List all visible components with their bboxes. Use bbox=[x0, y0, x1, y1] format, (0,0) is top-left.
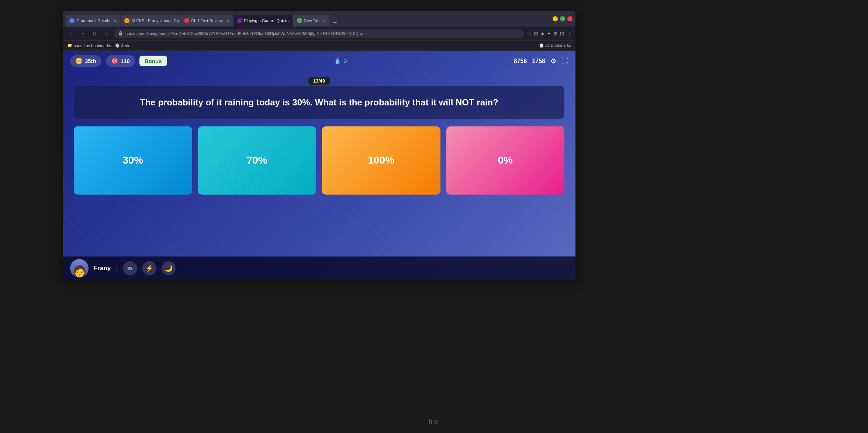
tab-icon-ch1 bbox=[184, 18, 189, 23]
bonus-badge[interactable]: Bonus bbox=[139, 56, 167, 66]
star-icon[interactable]: ☆ bbox=[527, 31, 532, 36]
tab-newtab[interactable]: New Tab ✕ bbox=[293, 15, 330, 27]
tab-label-aleks: ALEKS - Frany Umana Ca... bbox=[131, 18, 180, 23]
toolbar-icons: ☆ ⊞ ◈ ✦ ⊕ ⊡ ⋮ bbox=[527, 31, 572, 36]
bookmark-folder-icon: 📁 bbox=[67, 43, 72, 48]
settings-icon[interactable]: ⚙ bbox=[550, 57, 556, 65]
hud-right: 8756 1758 ⚙ ⛶ bbox=[514, 57, 568, 65]
url-text: quizizz.com/join/game/U2FsdGVkX18roS9S0r… bbox=[125, 31, 366, 36]
fullscreen-icon[interactable]: ⛶ bbox=[561, 57, 568, 65]
lock-icon: 🔒 bbox=[118, 31, 123, 36]
answer-option-d[interactable]: 0% bbox=[446, 126, 565, 195]
menu-icon[interactable]: ⋮ bbox=[567, 31, 572, 36]
hp-logo: hp bbox=[429, 418, 440, 426]
answer-option-c[interactable]: 100% bbox=[322, 126, 440, 195]
answer-option-b[interactable]: 70% bbox=[198, 126, 317, 195]
power-up-2x[interactable]: 2x bbox=[123, 261, 137, 275]
game-area: ♊ 35th 🎯 110 Bonus 💧 0 8756 1758 ⚙ bbox=[63, 51, 575, 280]
question-text: The probability of it raining today is 3… bbox=[89, 96, 550, 109]
answer-label-a: 30% bbox=[122, 154, 143, 166]
bookmark-sausd-label: sausd.us bookmarks bbox=[74, 43, 111, 48]
player-name: Frany bbox=[94, 265, 111, 272]
tab-close-gradebook[interactable]: ✕ bbox=[113, 19, 116, 23]
tab-icon-gradebook bbox=[69, 18, 75, 23]
all-bookmarks-label: All Bookmarks bbox=[545, 43, 571, 48]
rank-value: 35th bbox=[85, 58, 96, 64]
tab-ch1[interactable]: Ch 1 Test Review ✕ bbox=[180, 15, 232, 27]
extension-icon-1[interactable]: ⊞ bbox=[534, 31, 538, 36]
tab-icon-newtab bbox=[297, 18, 302, 23]
power-up-moon[interactable]: 🌙 bbox=[162, 261, 176, 275]
tab-bar: Gradebook Details ✕ ALEKS - Frany Umana … bbox=[66, 11, 548, 27]
rank-icon: ♊ bbox=[75, 57, 83, 64]
life-icon: 💧 bbox=[334, 57, 341, 64]
extension-icon-2[interactable]: ◈ bbox=[540, 31, 544, 36]
tab-close-newtab[interactable]: ✕ bbox=[323, 19, 326, 23]
bookmarks-folder-icon: 📋 bbox=[539, 43, 544, 48]
progress-pill: 13/49 bbox=[308, 77, 331, 85]
answer-option-a[interactable]: 30% bbox=[74, 126, 192, 195]
bonus-label: Bonus bbox=[145, 58, 162, 64]
aeries-icon: 🅐 bbox=[115, 43, 120, 48]
home-button[interactable]: ⌂ bbox=[102, 31, 111, 36]
player-divider: | bbox=[116, 264, 118, 273]
reload-button[interactable]: ↻ bbox=[90, 31, 99, 36]
tab-close-ch1[interactable]: ✕ bbox=[226, 19, 229, 23]
rank-badge: ♊ 35th bbox=[70, 55, 101, 67]
avatar-image: 🧑 bbox=[70, 259, 89, 277]
all-bookmarks-button[interactable]: 📋 All Bookmarks bbox=[539, 43, 571, 48]
answer-label-d: 0% bbox=[498, 154, 513, 166]
extension-icon-5[interactable]: ⊡ bbox=[560, 31, 564, 36]
address-bar-row: ← → ↻ ⌂ 🔒 quizizz.com/join/game/U2FsdGVk… bbox=[63, 27, 575, 41]
answers-grid: 30% 70% 100% 0% bbox=[74, 126, 564, 195]
progress-text: 13/49 bbox=[313, 78, 325, 84]
power-up-lightning[interactable]: ⚡ bbox=[142, 261, 156, 275]
tab-icon-quizizz bbox=[237, 18, 242, 23]
maximize-button[interactable] bbox=[560, 16, 565, 21]
question-box: The probability of it raining today is 3… bbox=[74, 86, 564, 119]
bookmark-sausd[interactable]: 📁 sausd.us bookmarks bbox=[67, 43, 111, 48]
answer-label-c: 100% bbox=[368, 154, 394, 166]
extension-icon-4[interactable]: ⊕ bbox=[553, 31, 558, 36]
new-tab-button[interactable]: + bbox=[330, 19, 340, 27]
score-icon: 🎯 bbox=[111, 57, 118, 64]
bookmarks-bar: 📁 sausd.us bookmarks 🅐 Aeries 📋 All Book… bbox=[63, 41, 575, 51]
extension-icon-3[interactable]: ✦ bbox=[547, 31, 551, 36]
back-button[interactable]: ← bbox=[66, 31, 75, 36]
tab-label-quizizz: Playing a Game - Quizizz bbox=[244, 18, 290, 23]
moon-icon: 🌙 bbox=[165, 264, 173, 272]
tab-icon-aleks bbox=[124, 18, 129, 23]
monitor: Gradebook Details ✕ ALEKS - Frany Umana … bbox=[0, 0, 868, 433]
window-controls bbox=[553, 16, 573, 21]
tab-label-ch1: Ch 1 Test Review bbox=[191, 18, 222, 23]
player-bar: 🧑 Frany | 2x ⚡ 🌙 bbox=[63, 256, 575, 280]
forward-button[interactable]: → bbox=[78, 31, 87, 36]
life-count: 0 bbox=[343, 58, 347, 64]
hud-score-big-2: 1758 bbox=[532, 58, 545, 64]
lightning-icon: ⚡ bbox=[145, 264, 153, 272]
bookmark-aeries[interactable]: 🅐 Aeries bbox=[115, 43, 132, 48]
tab-aleks[interactable]: ALEKS - Frany Umana Ca... ✕ bbox=[121, 15, 180, 27]
power-up-2x-label: 2x bbox=[127, 266, 132, 271]
close-button[interactable] bbox=[567, 16, 573, 21]
hud: ♊ 35th 🎯 110 Bonus 💧 0 8756 1758 ⚙ bbox=[63, 51, 575, 71]
tab-quizizz[interactable]: Playing a Game - Quizizz ✕ bbox=[234, 15, 293, 27]
minimize-button[interactable] bbox=[553, 16, 558, 21]
bookmark-aeries-label: Aeries bbox=[121, 43, 132, 48]
address-bar[interactable]: 🔒 quizizz.com/join/game/U2FsdGVkX18roS9S… bbox=[114, 29, 524, 38]
score-value: 110 bbox=[121, 58, 130, 64]
tab-gradebook[interactable]: Gradebook Details ✕ bbox=[66, 15, 120, 27]
tab-label-gradebook: Gradebook Details bbox=[76, 18, 110, 23]
tab-label-newtab: New Tab bbox=[304, 18, 320, 23]
tab-bar-container: Gradebook Details ✕ ALEKS - Frany Umana … bbox=[63, 11, 575, 27]
hud-score-big-1: 8756 bbox=[514, 58, 527, 64]
player-avatar: 🧑 bbox=[70, 259, 89, 277]
browser-window: Gradebook Details ✕ ALEKS - Frany Umana … bbox=[63, 11, 575, 280]
life-area: 💧 0 bbox=[172, 57, 509, 64]
answer-label-b: 70% bbox=[247, 154, 267, 166]
score-badge: 🎯 110 bbox=[106, 55, 135, 67]
